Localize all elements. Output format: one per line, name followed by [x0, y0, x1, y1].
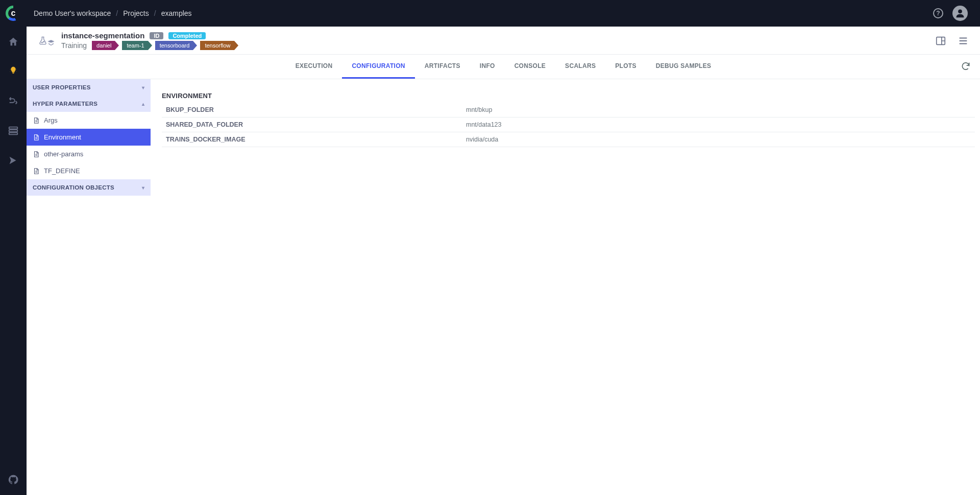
- table-row: BKUP_FOLDER mnt/bkup: [162, 103, 975, 117]
- tab-debug-samples[interactable]: DEBUG SAMPLES: [646, 55, 721, 79]
- sidebar-item-label: other-params: [44, 150, 83, 158]
- menu-icon[interactable]: [958, 35, 969, 46]
- breadcrumb-examples[interactable]: examples: [161, 9, 192, 17]
- file-icon: [33, 151, 40, 158]
- app-logo[interactable]: [0, 6, 27, 21]
- experiment-header: instance-segmentation ID Completed Train…: [27, 27, 980, 55]
- table-row: TRAINS_DOCKER_IMAGE nvidia/cuda: [162, 132, 975, 147]
- tab-info[interactable]: INFO: [470, 55, 505, 79]
- env-value: mnt/data123: [463, 117, 975, 132]
- env-value: mnt/bkup: [463, 103, 975, 117]
- sidebar-item-label: TF_DEFINE: [44, 167, 80, 175]
- env-key: BKUP_FOLDER: [162, 103, 463, 117]
- section-label: USER PROPERTIES: [33, 84, 91, 90]
- sidebar-item-environment[interactable]: Environment: [27, 129, 151, 146]
- file-icon: [33, 168, 40, 175]
- section-hyper-parameters[interactable]: HYPER PARAMETERS ▴: [27, 96, 151, 112]
- sidebar-item-label: Args: [44, 116, 58, 124]
- chevron-down-icon: ▾: [142, 85, 144, 90]
- logo-icon: [6, 6, 21, 21]
- svg-rect-2: [9, 130, 18, 132]
- topbar-right: ?: [933, 6, 971, 21]
- refresh-icon[interactable]: [961, 61, 971, 73]
- id-badge[interactable]: ID: [150, 32, 163, 39]
- home-icon[interactable]: [7, 36, 19, 48]
- svg-rect-1: [9, 127, 18, 129]
- config-sidebar: USER PROPERTIES ▾ HYPER PARAMETERS ▴ Arg…: [27, 79, 151, 495]
- env-table: BKUP_FOLDER mnt/bkup SHARED_DATA_FOLDER …: [162, 103, 975, 147]
- tag-tensorflow[interactable]: tensorflow: [200, 41, 234, 50]
- breadcrumb-projects[interactable]: Projects: [123, 9, 149, 17]
- section-configuration-objects[interactable]: CONFIGURATION OBJECTS ▾: [27, 179, 151, 196]
- status-badge: Completed: [168, 32, 206, 39]
- experiment-title: instance-segmentation: [61, 31, 144, 40]
- experiment-type-icon: [38, 35, 55, 46]
- experiments-icon[interactable]: [7, 65, 19, 78]
- env-value: nvidia/cuda: [463, 132, 975, 147]
- tab-execution[interactable]: EXECUTION: [286, 55, 342, 79]
- sidebar-item-label: Environment: [44, 133, 81, 141]
- section-user-properties[interactable]: USER PROPERTIES ▾: [27, 79, 151, 96]
- detail-heading: ENVIRONMENT: [162, 92, 975, 100]
- tag-team-1[interactable]: team-1: [122, 41, 148, 50]
- github-icon[interactable]: [7, 474, 19, 486]
- breadcrumb-sep: /: [154, 9, 156, 17]
- file-icon: [33, 134, 40, 141]
- tab-plots[interactable]: PLOTS: [605, 55, 646, 79]
- topbar: Demo User's workspace / Projects / examp…: [0, 0, 980, 27]
- layout-toggle-icon[interactable]: [935, 35, 946, 46]
- pipelines-icon[interactable]: [7, 95, 19, 107]
- help-icon[interactable]: ?: [933, 8, 943, 18]
- sidebar-item-tf-define[interactable]: TF_DEFINE: [27, 162, 151, 179]
- user-avatar[interactable]: [952, 6, 968, 21]
- tab-artifacts[interactable]: ARTIFACTS: [415, 55, 470, 79]
- experiment-tabs: EXECUTION CONFIGURATION ARTIFACTS INFO C…: [27, 55, 980, 79]
- config-detail: ENVIRONMENT BKUP_FOLDER mnt/bkup SHARED_…: [151, 79, 980, 495]
- deploy-icon[interactable]: [7, 154, 19, 167]
- svg-point-4: [42, 42, 43, 43]
- tag-tensorboard[interactable]: tensorboard: [155, 41, 193, 50]
- env-key: SHARED_DATA_FOLDER: [162, 117, 463, 132]
- datasets-icon[interactable]: [7, 125, 19, 137]
- sidebar-item-args[interactable]: Args: [27, 112, 151, 129]
- tab-console[interactable]: CONSOLE: [505, 55, 555, 79]
- tab-configuration[interactable]: CONFIGURATION: [342, 55, 414, 79]
- experiment-type: Training: [61, 41, 87, 50]
- chevron-down-icon: ▾: [142, 185, 144, 191]
- file-icon: [33, 117, 40, 124]
- breadcrumb: Demo User's workspace / Projects / examp…: [34, 9, 192, 17]
- breadcrumb-workspace[interactable]: Demo User's workspace: [34, 9, 111, 17]
- breadcrumb-sep: /: [116, 9, 118, 17]
- svg-rect-3: [9, 133, 18, 135]
- main-area: instance-segmentation ID Completed Train…: [27, 27, 980, 495]
- table-row: SHARED_DATA_FOLDER mnt/data123: [162, 117, 975, 132]
- env-key: TRAINS_DOCKER_IMAGE: [162, 132, 463, 147]
- content: USER PROPERTIES ▾ HYPER PARAMETERS ▴ Arg…: [27, 79, 980, 495]
- tag-daniel[interactable]: daniel: [92, 41, 115, 50]
- chevron-up-icon: ▴: [142, 101, 144, 107]
- svg-point-0: [958, 9, 962, 13]
- svg-point-5: [43, 41, 44, 42]
- section-label: HYPER PARAMETERS: [33, 101, 97, 107]
- tab-scalars[interactable]: SCALARS: [555, 55, 605, 79]
- section-label: CONFIGURATION OBJECTS: [33, 184, 114, 191]
- sidebar-item-other-params[interactable]: other-params: [27, 146, 151, 162]
- left-nav-rail: [0, 27, 27, 495]
